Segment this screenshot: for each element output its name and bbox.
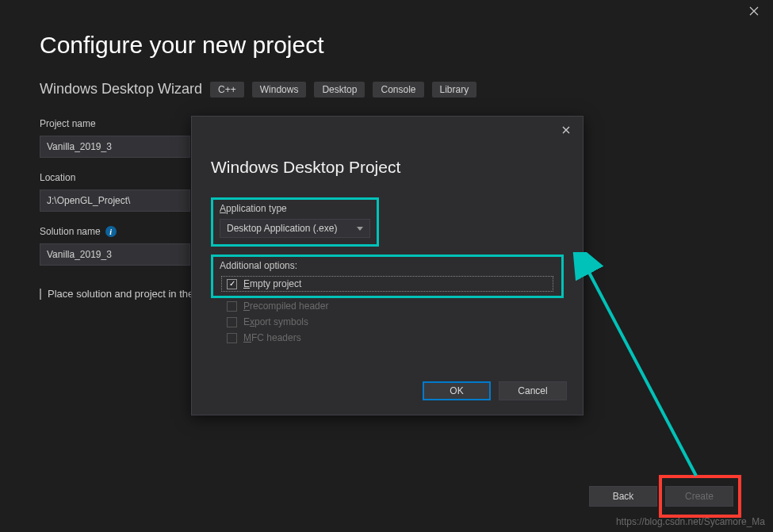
- page-title: Configure your new project: [40, 32, 733, 59]
- tag-cpp: C++: [210, 82, 244, 98]
- tag-console: Console: [373, 82, 423, 98]
- additional-options-highlight: Additional options: Empty project: [211, 255, 564, 298]
- subtitle-row: Windows Desktop Wizard C++ Windows Deskt…: [40, 81, 733, 98]
- project-name-label: Project name: [40, 118, 190, 129]
- cancel-button[interactable]: Cancel: [499, 381, 567, 400]
- empty-project-label: Empty project: [243, 278, 301, 289]
- bottom-buttons: Back Create: [589, 486, 733, 507]
- location-input[interactable]: [40, 189, 190, 212]
- dialog-title: Windows Desktop Project: [211, 158, 564, 177]
- info-icon[interactable]: i: [105, 226, 117, 237]
- create-button: Create: [665, 486, 733, 507]
- dialog-close-icon[interactable]: [562, 126, 572, 136]
- back-button[interactable]: Back: [589, 486, 657, 507]
- desktop-project-dialog: Windows Desktop Project Application type…: [191, 116, 584, 415]
- dialog-buttons: OK Cancel: [423, 381, 567, 400]
- place-solution-checkbox-row[interactable]: Place solution and project in the: [40, 288, 190, 300]
- application-type-label: Application type: [220, 203, 370, 214]
- wizard-subtitle: Windows Desktop Wizard: [40, 81, 202, 98]
- tag-windows: Windows: [252, 82, 307, 98]
- chevron-down-icon: [357, 227, 363, 231]
- location-label: Location: [40, 172, 190, 183]
- export-symbols-checkbox: [227, 317, 237, 327]
- close-icon[interactable]: [749, 6, 760, 17]
- form-section: Project name Location Solution name i Pl…: [40, 115, 190, 300]
- application-type-highlight: Application type Desktop Application (.e…: [211, 197, 379, 247]
- precompiled-header-label: Precompiled header: [243, 300, 328, 312]
- export-symbols-label: Export symbols: [243, 316, 308, 327]
- mfc-headers-label: MFC headers: [243, 332, 301, 343]
- option-empty-project[interactable]: Empty project: [221, 276, 553, 292]
- tag-desktop: Desktop: [314, 82, 365, 98]
- empty-project-checkbox[interactable]: [227, 279, 237, 289]
- watermark-text: https://blog.csdn.net/Sycamore_Ma: [616, 516, 765, 527]
- tag-library: Library: [432, 82, 477, 98]
- place-solution-checkbox[interactable]: [40, 289, 41, 300]
- option-precompiled-header: Precompiled header: [225, 298, 564, 314]
- project-name-input[interactable]: [40, 136, 190, 158]
- application-type-dropdown[interactable]: Desktop Application (.exe): [220, 219, 370, 238]
- solution-name-label: Solution name i: [40, 226, 190, 237]
- application-type-value: Desktop Application (.exe): [227, 223, 337, 234]
- place-solution-checkbox-label: Place solution and project in the: [48, 288, 193, 300]
- option-export-symbols: Export symbols: [225, 314, 564, 330]
- solution-name-label-text: Solution name: [40, 226, 101, 237]
- ok-button[interactable]: OK: [423, 381, 491, 400]
- additional-options-label: Additional options:: [220, 260, 555, 271]
- option-mfc-headers: MFC headers: [225, 330, 564, 346]
- precompiled-header-checkbox: [227, 301, 237, 312]
- mfc-headers-checkbox: [227, 333, 237, 343]
- solution-name-input[interactable]: [40, 243, 190, 266]
